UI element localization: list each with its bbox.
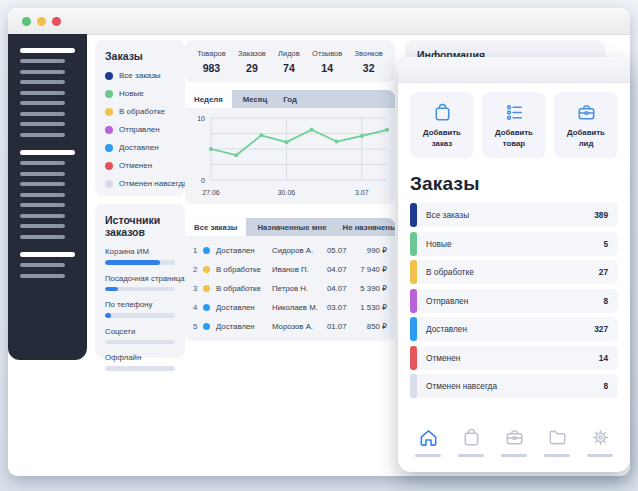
briefcase-icon: [575, 101, 598, 124]
status-row-sent[interactable]: Отправлен 8: [410, 289, 618, 313]
chart-period-tabs: Неделя Месяц Год: [185, 90, 395, 108]
status-row-canceled[interactable]: Отменен 14: [410, 346, 618, 370]
status-color-bar: [410, 232, 417, 256]
traffic-light-green[interactable]: [22, 17, 31, 26]
tab-month[interactable]: Месяц: [243, 95, 267, 104]
legend-item-new[interactable]: Новые: [105, 89, 175, 98]
svg-text:10: 10: [197, 115, 205, 122]
sidebar-nav-item-skeleton[interactable]: [20, 263, 65, 267]
mobile-status-list: Все заказы 389 Новые 5 В обработке 27 От…: [398, 203, 630, 398]
app-sidebar: [8, 34, 87, 360]
tab-year[interactable]: Год: [283, 95, 297, 104]
source-social: Соцсети: [105, 327, 175, 345]
progress-bar: [105, 340, 175, 345]
sidebar-nav-item-skeleton[interactable]: [20, 182, 65, 186]
sidebar-nav-item-skeleton[interactable]: [20, 274, 65, 278]
briefcase-icon: [503, 426, 526, 449]
sidebar-nav-item-skeleton[interactable]: [20, 133, 65, 137]
progress-bar: [105, 366, 175, 371]
sidebar-nav-item-skeleton[interactable]: [20, 235, 65, 239]
sidebar-section-skeleton[interactable]: [20, 252, 75, 257]
sidebar-nav-item-skeleton[interactable]: [20, 214, 65, 218]
sidebar-nav-item-skeleton[interactable]: [20, 101, 65, 105]
status-dot: [105, 90, 113, 98]
source-landing: Посадочная страница: [105, 274, 175, 292]
tab-all-orders[interactable]: Все заказы: [185, 218, 246, 236]
add-product-button[interactable]: Добавитьтовар: [482, 92, 546, 158]
sidebar-section-skeleton[interactable]: [20, 48, 75, 53]
sidebar-nav-item-skeleton[interactable]: [20, 112, 65, 116]
progress-bar: [105, 260, 175, 265]
nav-underline: [544, 454, 570, 457]
orders-legend-card: Заказы Все заказы Новые В обработке Отпр…: [95, 40, 185, 196]
orders-chart-card: Неделя Месяц Год 10027.0630.063.07: [185, 90, 395, 204]
status-row-processing[interactable]: В обработке 27: [410, 260, 618, 284]
legend-item-sent[interactable]: Отправлен: [105, 125, 175, 134]
sidebar-nav-item-skeleton[interactable]: [20, 91, 65, 95]
status-row-all-orders[interactable]: Все заказы 389: [410, 203, 618, 227]
table-row[interactable]: 2 В обработке Иванов П. 04.07 7 940 ₽: [193, 260, 387, 279]
legend-item-delivered[interactable]: Доставлен: [105, 143, 175, 152]
tab-unassigned[interactable]: Не назначены: [343, 223, 396, 232]
nav-home[interactable]: [415, 426, 441, 457]
sidebar-nav-item-skeleton[interactable]: [20, 203, 65, 207]
legend-item-canceled[interactable]: Отменен: [105, 161, 175, 170]
status-color-bar: [410, 289, 417, 313]
sidebar-nav-item-skeleton[interactable]: [20, 59, 65, 63]
nav-underline: [458, 454, 484, 457]
table-row[interactable]: 5 Доставлен Морозов А. 01.07 850 ₽: [193, 317, 387, 336]
tab-assigned-to-me[interactable]: Назначенные мне: [257, 223, 326, 232]
stat-leads: Лидов 74: [278, 49, 300, 74]
mobile-bottom-nav: [398, 426, 630, 457]
status-color-bar: [410, 374, 417, 398]
sidebar-nav-item-skeleton[interactable]: [20, 172, 65, 176]
stat-orders: Заказов 29: [238, 49, 266, 74]
orders-table-card: Все заказы Назначенные мне Не назначены …: [185, 218, 395, 341]
add-order-button[interactable]: Добавитьзаказ: [410, 92, 474, 158]
status-count: 5: [603, 239, 608, 249]
status-color-bar: [410, 346, 417, 370]
orders-table-tabs: Все заказы Назначенные мне Не назначены: [185, 218, 395, 236]
nav-settings[interactable]: [587, 426, 613, 457]
order-sources-title: Источники заказов: [105, 214, 175, 238]
nav-leads[interactable]: [501, 426, 527, 457]
status-row-delivered[interactable]: Доставлен 327: [410, 317, 618, 341]
status-row-new[interactable]: Новые 5: [410, 232, 618, 256]
tab-week[interactable]: Неделя: [185, 90, 232, 108]
sidebar-nav-item-skeleton[interactable]: [20, 193, 65, 197]
nav-files[interactable]: [544, 426, 570, 457]
quick-actions: Добавитьзаказ Добавитьтовар Добавитьлид: [398, 83, 630, 158]
svg-text:27.06: 27.06: [202, 189, 220, 196]
order-sources-card: Источники заказов Корзина ИМ Посадочная …: [95, 204, 185, 358]
mobile-orders-title: Заказы: [410, 173, 618, 195]
add-lead-button[interactable]: Добавитьлид: [554, 92, 618, 158]
gear-icon: [589, 426, 612, 449]
status-row-canceled-forever[interactable]: Отменен навсегда 8: [410, 374, 618, 398]
table-row[interactable]: 1 Доставлен Сидоров А. 05.07 990 ₽: [193, 241, 387, 260]
traffic-light-red[interactable]: [52, 17, 61, 26]
status-dot: [203, 266, 210, 273]
svg-text:0: 0: [201, 177, 205, 184]
sidebar-nav-item-skeleton[interactable]: [20, 70, 65, 74]
sidebar-section-skeleton[interactable]: [20, 150, 75, 155]
status-count: 27: [599, 267, 608, 277]
sidebar-nav-item-skeleton[interactable]: [20, 224, 65, 228]
table-row[interactable]: 4 Доставлен Николаев М. 03.07 1 530 ₽: [193, 298, 387, 317]
legend-item-processing[interactable]: В обработке: [105, 107, 175, 116]
sidebar-nav-item-skeleton[interactable]: [20, 161, 65, 165]
nav-underline: [415, 454, 441, 457]
table-row[interactable]: 3 В обработке Петров Н. 04.07 5 390 ₽: [193, 279, 387, 298]
orders-line-chart: 10027.0630.063.07: [185, 108, 395, 204]
sidebar-nav-item-skeleton[interactable]: [20, 80, 65, 84]
sidebar-nav-item-skeleton[interactable]: [20, 122, 65, 126]
legend-item-canceled-forever[interactable]: Отменен навсегда: [105, 179, 175, 188]
legend-item-all-orders[interactable]: Все заказы: [105, 71, 175, 80]
status-dot: [203, 285, 210, 292]
source-offline: Оффлайн: [105, 353, 175, 371]
orders-legend-title: Заказы: [105, 50, 175, 62]
status-dot: [105, 144, 113, 152]
traffic-light-yellow[interactable]: [37, 17, 46, 26]
nav-orders[interactable]: [458, 426, 484, 457]
svg-text:30.06: 30.06: [278, 189, 296, 196]
mobile-panel-header: [398, 57, 630, 83]
